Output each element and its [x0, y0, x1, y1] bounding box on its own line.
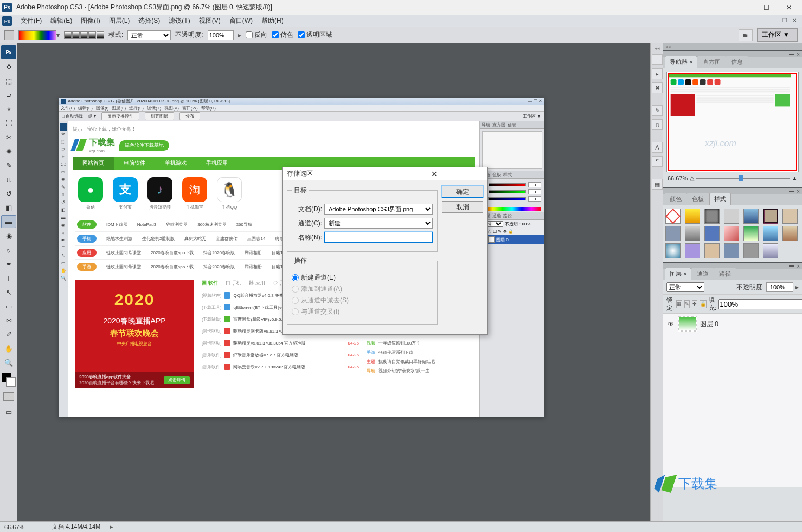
lock-transparent-icon[interactable]: ▦ — [676, 300, 682, 308]
canvas-area[interactable]: Adobe Photoshop CS3 - [微信图片_202004201129… — [17, 43, 650, 521]
path-select-tool[interactable]: ↖ — [1, 286, 16, 299]
status-zoom[interactable]: 66.67% — [4, 524, 42, 530]
layer-row[interactable]: 👁 图层 0 — [663, 314, 802, 334]
style-swatch[interactable] — [704, 226, 720, 241]
style-swatch[interactable] — [763, 209, 778, 224]
dialog-close-button[interactable]: ✕ — [385, 170, 483, 178]
style-swatch[interactable] — [724, 243, 739, 258]
tab-channels[interactable]: 通道 — [692, 268, 714, 280]
close-button[interactable]: ✕ — [778, 1, 800, 14]
eraser-tool[interactable]: ◧ — [1, 201, 16, 214]
pen-tool[interactable]: ✒ — [1, 257, 16, 270]
workspace-dropdown[interactable]: 工作区 ▼ — [757, 28, 798, 42]
dock-brushes-icon[interactable]: ✎ — [652, 105, 663, 116]
gradient-angle[interactable] — [80, 31, 88, 39]
document-select[interactable]: Adobe Photoshop CS3界面.png — [324, 204, 433, 215]
style-swatch[interactable] — [685, 209, 700, 224]
style-swatch[interactable] — [743, 209, 759, 224]
style-swatch[interactable] — [743, 226, 759, 241]
style-swatch[interactable] — [665, 209, 681, 224]
style-swatch[interactable] — [704, 243, 720, 258]
menu-file[interactable]: 文件(F) — [16, 15, 46, 27]
magic-wand-tool[interactable]: ✧ — [1, 102, 16, 115]
doc-restore-button[interactable]: ❐ — [782, 17, 790, 25]
style-swatch[interactable] — [724, 226, 739, 241]
gradient-tool[interactable]: ▬ — [1, 215, 16, 228]
style-swatch[interactable] — [763, 243, 778, 258]
dock-tools-icon[interactable]: ✖ — [652, 82, 663, 93]
fill-input[interactable] — [718, 299, 802, 309]
layer-opacity-input[interactable] — [766, 282, 793, 292]
blur-tool[interactable]: ◉ — [1, 229, 16, 242]
slice-tool[interactable]: ✂ — [1, 131, 16, 144]
menu-select[interactable]: 选择(S) — [134, 15, 164, 27]
layer-thumbnail[interactable] — [678, 316, 697, 332]
transparency-checkbox[interactable]: 透明区域 — [298, 30, 332, 40]
menu-layer[interactable]: 图层(L) — [105, 15, 134, 27]
gradient-diamond[interactable] — [97, 31, 104, 39]
menu-filter[interactable]: 滤镜(T) — [164, 15, 194, 27]
style-swatch[interactable] — [665, 226, 681, 241]
menu-help[interactable]: 帮助(H) — [257, 15, 288, 27]
gradient-radial[interactable] — [72, 31, 80, 39]
ps-home-button[interactable]: Ps — [1, 45, 16, 59]
tab-styles[interactable]: 样式 — [709, 193, 731, 205]
crop-tool[interactable]: ⛶ — [1, 116, 16, 129]
name-input[interactable] — [324, 232, 433, 243]
gradient-linear[interactable] — [64, 31, 72, 39]
blend-mode-select[interactable]: 正常 — [127, 30, 171, 40]
style-swatch[interactable] — [724, 209, 739, 224]
notes-tool[interactable]: ✉ — [1, 314, 16, 327]
tab-navigator[interactable]: 导航器 × — [665, 56, 697, 68]
lock-pixels-icon[interactable]: ✎ — [684, 300, 690, 308]
layer-blend-select[interactable]: 正常 — [666, 282, 704, 292]
doc-close-button[interactable]: ✕ — [792, 17, 800, 25]
zoom-tool[interactable]: 🔍 — [1, 356, 16, 369]
lock-position-icon[interactable]: ✥ — [692, 300, 697, 308]
dock-layercomps-icon[interactable]: ▦ — [652, 179, 663, 190]
quick-mask-toggle[interactable] — [3, 392, 14, 401]
tab-paths[interactable]: 路径 — [714, 268, 736, 280]
opacity-arrow-icon[interactable]: ▸ — [238, 31, 241, 39]
lock-all-icon[interactable]: 🔒 — [700, 300, 707, 308]
color-swatches[interactable] — [2, 373, 16, 387]
dock-clone-icon[interactable]: ⎍ — [652, 119, 663, 130]
healing-tool[interactable]: ✺ — [1, 145, 16, 158]
dock-history-icon[interactable]: ≡ — [652, 54, 663, 65]
dodge-tool[interactable]: ☼ — [1, 243, 16, 256]
dock-character-icon[interactable]: A — [652, 142, 663, 153]
menu-edit[interactable]: 编辑(E) — [46, 15, 76, 27]
minimize-button[interactable]: — — [733, 1, 754, 14]
menu-image[interactable]: 图像(I) — [76, 15, 104, 27]
shape-tool[interactable]: ▭ — [1, 300, 16, 313]
style-swatch[interactable] — [743, 243, 759, 258]
style-swatch[interactable] — [704, 209, 720, 224]
dither-checkbox[interactable]: 仿色 — [272, 30, 293, 40]
style-swatch[interactable] — [763, 226, 778, 241]
type-tool[interactable]: T — [1, 271, 16, 284]
gradient-reflected[interactable] — [88, 31, 96, 39]
dock-actions-icon[interactable]: ▸ — [652, 68, 663, 79]
reverse-checkbox[interactable]: 反向 — [246, 30, 267, 40]
menu-window[interactable]: 窗口(W) — [225, 15, 257, 27]
go-to-bridge-button[interactable]: 🖿 — [739, 29, 753, 41]
style-swatch[interactable] — [782, 209, 798, 224]
ok-button[interactable]: 确定 — [442, 186, 483, 198]
move-tool[interactable]: ✥ — [1, 60, 16, 73]
eyedropper-tool[interactable]: ✐ — [1, 328, 16, 341]
navigator-zoom-slider[interactable] — [696, 175, 790, 181]
channel-select[interactable]: 新建 — [324, 218, 433, 229]
history-brush-tool[interactable]: ↺ — [1, 187, 16, 200]
tab-swatches[interactable]: 色板 — [687, 193, 709, 205]
tab-histogram[interactable]: 直方图 — [698, 56, 726, 68]
navigator-thumbnail[interactable] — [668, 73, 797, 171]
lasso-tool[interactable]: ⊃ — [1, 88, 16, 101]
tab-info[interactable]: 信息 — [726, 56, 748, 68]
brush-tool[interactable]: ✎ — [1, 159, 16, 172]
style-swatch[interactable] — [685, 243, 700, 258]
menu-view[interactable]: 视图(V) — [195, 15, 225, 27]
style-swatch[interactable] — [782, 226, 798, 241]
tab-layers[interactable]: 图层 × — [665, 268, 691, 280]
tool-preset-dd[interactable] — [4, 30, 14, 40]
stamp-tool[interactable]: ⎍ — [1, 173, 16, 186]
